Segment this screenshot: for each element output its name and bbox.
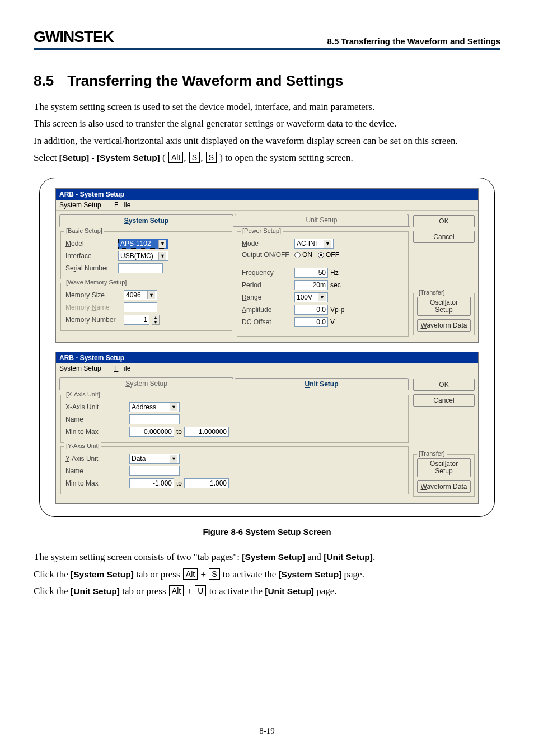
header-section-ref: 8.5 Transferring the Waveform and Settin… xyxy=(327,36,500,46)
mode-combo[interactable]: AC-INT▼ xyxy=(294,239,334,249)
dc-offset-input[interactable]: 0.0 xyxy=(294,317,328,327)
frequency-label: Frequency xyxy=(242,269,292,277)
ok-button[interactable]: OK xyxy=(413,215,475,227)
chevron-down-icon: ▼ xyxy=(318,293,326,301)
to-label: to xyxy=(176,479,182,487)
output-label: Output ON/OFF xyxy=(242,251,292,259)
system-setup-dialog: ARB - System Setup System Setup File Sys… xyxy=(55,188,479,343)
range-label: Range xyxy=(242,293,292,301)
basic-setup-group: [Basic Setup] Model APS-1102▼ Interface … xyxy=(60,231,232,279)
serial-label: Serial Number xyxy=(65,264,116,272)
dialog-titlebar: ARB - System Setup xyxy=(56,189,478,200)
ok-button[interactable]: OK xyxy=(413,379,475,391)
spin-down-icon: ▼ xyxy=(152,320,159,325)
period-label: Period xyxy=(242,281,292,289)
tab-system-setup[interactable]: System Setup xyxy=(59,377,233,390)
model-label: Model xyxy=(65,240,116,248)
x-min-input[interactable]: 0.000000 xyxy=(129,427,174,437)
y-minmax-label: Min to Max xyxy=(65,479,127,487)
oscillator-setup-button[interactable]: OscillatorSetup xyxy=(417,297,471,316)
menu-file[interactable]: File xyxy=(114,365,130,372)
key-s: S xyxy=(206,152,217,163)
interface-label: Interface xyxy=(65,252,116,260)
key-s: S xyxy=(189,152,200,163)
y-min-input[interactable]: -1.000 xyxy=(129,478,174,488)
hz-unit: Hz xyxy=(330,269,339,277)
chevron-down-icon: ▼ xyxy=(147,291,155,299)
menu-system-setup[interactable]: System Setup xyxy=(59,365,107,372)
section-title: Transferring the Waveform and Settings xyxy=(67,72,343,89)
paragraph: In addition, the vertical/horizontal axi… xyxy=(34,134,500,148)
oscillator-setup-button[interactable]: OscillatorSetup xyxy=(417,458,471,477)
tab-system-setup[interactable]: System Setup xyxy=(59,214,233,227)
figure-caption: Figure 8-6 System Setup Screen xyxy=(34,527,500,536)
key-s: S xyxy=(209,568,219,580)
x-axis-unit-combo[interactable]: Address▼ xyxy=(129,402,180,412)
range-combo[interactable]: 100V▼ xyxy=(294,292,328,302)
page-number: 8-19 xyxy=(0,726,534,736)
dialog-menubar: System Setup File xyxy=(56,363,478,374)
memory-number-label: Memory Number xyxy=(65,316,121,324)
power-setup-group: [Power Setup] Mode AC-INT▼ Output ON/OFF… xyxy=(237,231,409,337)
output-on-radio[interactable]: ON xyxy=(294,251,312,259)
chevron-down-icon: ▼ xyxy=(158,252,166,260)
key-alt: Alt xyxy=(183,568,198,580)
dialog-menubar: System Setup File xyxy=(56,200,478,211)
memory-name-label: Memory Name xyxy=(65,304,121,311)
transfer-group: [Transfer] OscillatorSetup Waveform Data xyxy=(413,454,475,497)
y-axis-unit-combo[interactable]: Data▼ xyxy=(129,454,180,464)
tabstrip: System Setup Unit Setup xyxy=(59,214,410,227)
waveform-data-button[interactable]: Waveform Data xyxy=(417,480,471,493)
y-name-input[interactable] xyxy=(129,466,180,476)
paragraph: Select [Setup] - [System Setup] ( Alt, S… xyxy=(34,151,500,165)
chevron-down-icon: ▼ xyxy=(324,240,331,248)
interface-combo[interactable]: USB(TMC)▼ xyxy=(118,251,168,261)
chevron-down-icon: ▼ xyxy=(158,240,166,248)
memory-number-spinner[interactable]: ▲▼ xyxy=(152,315,160,325)
tab-unit-setup[interactable]: Unit Setup xyxy=(235,378,409,390)
waveform-data-button[interactable]: Waveform Data xyxy=(417,319,471,332)
paragraph: Click the [Unit Setup] tab or press Alt … xyxy=(34,584,500,599)
x-name-input[interactable] xyxy=(129,414,180,424)
to-label: to xyxy=(176,428,182,436)
spin-up-icon: ▲ xyxy=(152,315,159,320)
chevron-down-icon: ▼ xyxy=(170,455,177,463)
menu-system-setup[interactable]: System Setup xyxy=(59,201,107,209)
x-axis-unit-label: X-Axis Unit xyxy=(65,403,127,411)
brand-logo: GWINSTEK xyxy=(34,28,114,46)
dc-offset-label: DC Offset xyxy=(242,318,292,326)
wave-memory-group: [Wave Memory Setup] Memory Size 4096▼ Me… xyxy=(60,283,232,331)
sec-unit: sec xyxy=(330,281,341,289)
section-number: 8.5 xyxy=(34,72,54,89)
memory-number-input[interactable]: 1 xyxy=(124,315,149,325)
page-header: GWINSTEK 8.5 Transferring the Waveform a… xyxy=(34,28,500,50)
period-input[interactable]: 20m xyxy=(294,280,328,290)
vpp-unit: Vp-p xyxy=(330,306,344,314)
cancel-button[interactable]: Cancel xyxy=(413,394,475,407)
model-combo[interactable]: APS-1102▼ xyxy=(118,239,168,249)
cancel-button[interactable]: Cancel xyxy=(413,231,475,243)
x-max-input[interactable]: 1.000000 xyxy=(184,427,229,437)
figure-container: ARB - System Setup System Setup File Sys… xyxy=(39,178,495,517)
transfer-group: [Transfer] OscillatorSetup Waveform Data xyxy=(413,293,475,335)
v-unit: V xyxy=(330,318,335,326)
mode-label: Mode xyxy=(242,240,292,248)
amplitude-label: Amplitude xyxy=(242,306,292,314)
paragraph: The system setting screen consists of tw… xyxy=(34,550,500,564)
section-heading: 8.5Transferring the Waveform and Setting… xyxy=(34,72,500,90)
menu-file[interactable]: File xyxy=(114,201,130,209)
unit-setup-dialog: ARB - System Setup System Setup File Sys… xyxy=(55,352,479,504)
y-max-input[interactable]: 1.000 xyxy=(184,478,229,488)
memory-size-label: Memory Size xyxy=(65,291,121,299)
serial-input[interactable] xyxy=(118,263,163,273)
paragraph: The system setting screen is used to set… xyxy=(34,100,500,114)
y-axis-unit-group: [Y-Axis Unit] Y-Axis Unit Data▼ Name Min… xyxy=(60,446,409,494)
memory-name-input[interactable] xyxy=(124,302,157,312)
memory-size-combo[interactable]: 4096▼ xyxy=(124,290,157,300)
tab-unit-setup[interactable]: Unit Setup xyxy=(235,214,409,226)
amplitude-input[interactable]: 0.0 xyxy=(294,305,328,315)
key-alt: Alt xyxy=(168,152,183,163)
frequency-input[interactable]: 50 xyxy=(294,268,328,278)
x-name-label: Name xyxy=(65,416,127,423)
output-off-radio[interactable]: OFF xyxy=(318,251,339,259)
